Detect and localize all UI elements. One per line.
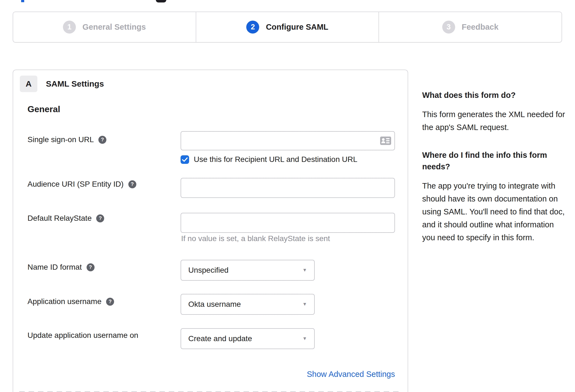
help-icon[interactable]: ? — [96, 214, 104, 222]
wizard-stepper: 1 General Settings 2 Configure SAML 3 Fe… — [13, 12, 562, 43]
select-value: Okta username — [188, 300, 241, 309]
sidebar-question-2: Where do I find the info this form needs… — [422, 149, 567, 172]
sso-url-input[interactable] — [181, 131, 395, 150]
audience-uri-input-wrap — [181, 178, 395, 198]
step-general-settings[interactable]: 1 General Settings — [13, 12, 196, 42]
step-label: Configure SAML — [266, 23, 328, 32]
sso-url-label: Single sign-on URL ? — [27, 135, 106, 144]
application-username-label: Application username ? — [27, 297, 114, 306]
step-label: Feedback — [462, 23, 499, 32]
header-fragment-dark — [156, 0, 166, 2]
chevron-down-icon: ▼ — [302, 302, 307, 307]
relay-state-input[interactable] — [181, 213, 395, 233]
section-a-badge: A — [20, 76, 37, 92]
help-icon[interactable]: ? — [98, 136, 106, 144]
general-section-heading: General — [27, 104, 60, 114]
step-number-badge: 1 — [63, 21, 76, 34]
help-icon[interactable]: ? — [128, 180, 136, 188]
chevron-down-icon: ▼ — [302, 267, 307, 273]
saml-settings-panel: A SAML Settings General Single sign-on U… — [13, 70, 408, 392]
recipient-url-checkbox-row: Use this for Recipient URL and Destinati… — [181, 155, 357, 164]
sidebar-answer-1: This form generates the XML needed for t… — [422, 108, 567, 134]
recipient-url-checkbox[interactable] — [181, 155, 189, 164]
relay-state-label: Default RelayState ? — [27, 214, 104, 223]
help-icon[interactable]: ? — [87, 263, 95, 271]
help-sidebar: What does this form do? This form genera… — [422, 89, 567, 260]
audience-uri-label: Audience URI (SP Entity ID) ? — [27, 180, 136, 189]
panel-title: SAML Settings — [46, 79, 104, 89]
relay-state-input-wrap — [181, 213, 395, 233]
select-value: Create and update — [188, 334, 252, 343]
name-id-format-label: Name ID format ? — [27, 263, 95, 272]
audience-uri-input[interactable] — [181, 178, 395, 198]
application-username-select[interactable]: Okta username ▼ — [181, 294, 315, 315]
recipient-url-checkbox-label: Use this for Recipient URL and Destinati… — [194, 155, 357, 164]
chevron-down-icon: ▼ — [302, 336, 307, 341]
step-number-badge: 3 — [442, 21, 455, 34]
step-number-badge: 2 — [246, 21, 259, 34]
update-username-label: Update application username on — [27, 331, 138, 340]
step-feedback[interactable]: 3 Feedback — [378, 12, 562, 42]
name-id-format-select[interactable]: Unspecified ▼ — [181, 260, 315, 281]
step-configure-saml[interactable]: 2 Configure SAML — [196, 12, 379, 42]
sso-url-input-wrap — [181, 131, 395, 150]
relay-state-hint: If no value is set, a blank RelayState i… — [181, 234, 330, 243]
sidebar-answer-2: The app you're trying to integrate with … — [422, 180, 567, 244]
select-value: Unspecified — [188, 266, 228, 275]
show-advanced-settings-link[interactable]: Show Advanced Settings — [181, 370, 395, 379]
update-username-select[interactable]: Create and update ▼ — [181, 328, 315, 349]
header-fragment-blue — [21, 0, 24, 2]
step-label: General Settings — [82, 23, 146, 32]
contact-card-icon[interactable] — [380, 137, 391, 145]
help-icon[interactable]: ? — [106, 298, 114, 306]
sidebar-question-1: What does this form do? — [422, 89, 567, 101]
